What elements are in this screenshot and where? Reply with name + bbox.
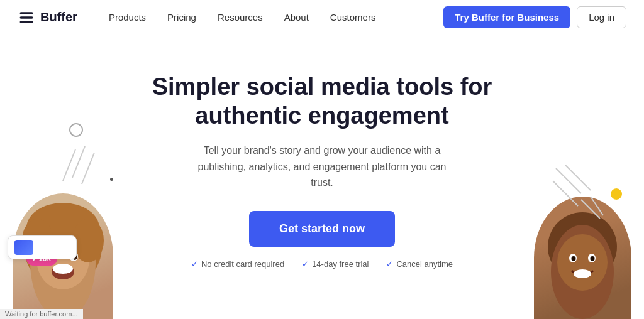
svg-point-13	[53, 264, 73, 274]
sketch-lines-right-icon	[550, 162, 606, 225]
nav-item-resources[interactable]: Resources	[209, 8, 272, 26]
svg-line-5	[82, 153, 94, 184]
svg-point-21	[574, 269, 591, 278]
nav-item-customers[interactable]: Customers	[321, 8, 385, 26]
svg-rect-1	[20, 16, 33, 19]
status-text: Waiting for buffer.com...	[5, 310, 78, 318]
yellow-dot-decoration	[611, 188, 622, 200]
svg-line-29	[581, 200, 600, 219]
svg-rect-2	[20, 21, 33, 23]
check-icon-3: ✓	[386, 259, 393, 269]
logo-text: Buffer	[40, 10, 77, 24]
nav-actions: Try Buffer for Business Log in	[443, 6, 626, 28]
nav-item-products[interactable]: Products	[100, 8, 155, 26]
check-icon-2: ✓	[302, 259, 309, 269]
svg-line-28	[553, 181, 578, 206]
card-snippet	[8, 235, 77, 259]
svg-line-30	[591, 197, 603, 215]
nav-item-about[interactable]: About	[275, 8, 318, 26]
try-business-button[interactable]: Try Buffer for Business	[443, 6, 570, 28]
svg-rect-0	[20, 12, 33, 14]
hero-section: ♥ 10k	[0, 35, 644, 319]
get-started-button[interactable]: Get started now	[249, 211, 395, 247]
hero-perks: ✓ No credit card required ✓ 14-day free …	[191, 259, 453, 269]
buffer-logo-icon	[18, 9, 35, 26]
navbar: Buffer Products Pricing Resources About …	[0, 0, 644, 35]
svg-point-25	[591, 256, 595, 261]
hero-title: Simpler social media tools for authentic…	[133, 73, 511, 130]
perk-label-1: No credit card required	[201, 259, 284, 269]
circle-decoration	[69, 123, 83, 137]
login-button[interactable]: Log in	[577, 6, 626, 28]
logo-link[interactable]: Buffer	[18, 9, 77, 26]
perk-label-3: Cancel anytime	[396, 259, 453, 269]
hero-subtitle: Tell your brand's story and grow your au…	[187, 143, 457, 191]
perk-cancel: ✓ Cancel anytime	[386, 259, 453, 269]
svg-point-24	[572, 256, 576, 261]
nav-item-pricing[interactable]: Pricing	[158, 8, 205, 26]
card-image	[14, 240, 33, 255]
svg-line-26	[556, 168, 581, 193]
svg-line-27	[565, 165, 591, 190]
perk-no-cc: ✓ No credit card required	[191, 259, 284, 269]
svg-point-20	[557, 234, 608, 291]
perk-label-2: 14-day free trial	[312, 259, 369, 269]
perk-trial: ✓ 14-day free trial	[302, 259, 369, 269]
status-bar: Waiting for buffer.com...	[0, 309, 83, 319]
check-icon-1: ✓	[191, 259, 198, 269]
nav-links: Products Pricing Resources About Custome…	[100, 8, 443, 26]
